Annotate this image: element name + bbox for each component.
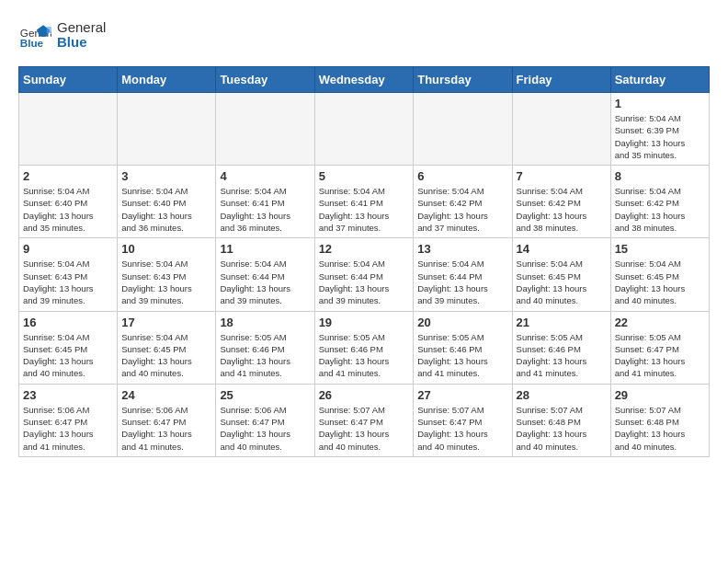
logo: General Blue General Blue — [18, 18, 106, 52]
day-number: 13 — [417, 242, 507, 256]
calendar-cell: 23Sunrise: 5:06 AM Sunset: 6:47 PM Dayli… — [19, 384, 118, 456]
calendar-cell — [512, 93, 610, 166]
day-info: Sunrise: 5:04 AM Sunset: 6:44 PM Dayligh… — [220, 258, 310, 306]
calendar-row-4: 16Sunrise: 5:04 AM Sunset: 6:45 PM Dayli… — [19, 311, 710, 384]
calendar-row-1: 1Sunrise: 5:04 AM Sunset: 6:39 PM Daylig… — [19, 93, 710, 166]
day-number: 15 — [615, 242, 705, 256]
calendar-cell: 28Sunrise: 5:07 AM Sunset: 6:48 PM Dayli… — [512, 384, 610, 456]
day-number: 26 — [319, 388, 410, 402]
calendar-cell: 29Sunrise: 5:07 AM Sunset: 6:48 PM Dayli… — [610, 384, 709, 456]
day-number: 24 — [121, 388, 211, 402]
day-number: 10 — [121, 242, 211, 256]
calendar-cell — [314, 93, 414, 166]
calendar-cell: 20Sunrise: 5:05 AM Sunset: 6:46 PM Dayli… — [414, 311, 512, 384]
calendar-cell: 19Sunrise: 5:05 AM Sunset: 6:46 PM Dayli… — [314, 311, 414, 384]
day-info: Sunrise: 5:05 AM Sunset: 6:46 PM Dayligh… — [319, 331, 410, 380]
calendar-cell: 11Sunrise: 5:04 AM Sunset: 6:44 PM Dayli… — [216, 238, 314, 311]
calendar-cell: 5Sunrise: 5:04 AM Sunset: 6:41 PM Daylig… — [314, 166, 414, 238]
day-number: 12 — [319, 242, 410, 256]
day-info: Sunrise: 5:04 AM Sunset: 6:40 PM Dayligh… — [121, 185, 211, 234]
calendar-cell: 4Sunrise: 5:04 AM Sunset: 6:41 PM Daylig… — [216, 166, 314, 238]
day-number: 8 — [615, 169, 705, 183]
calendar-cell — [216, 93, 314, 166]
weekday-header-tuesday: Tuesday — [216, 67, 314, 93]
calendar-cell — [118, 93, 216, 166]
day-info: Sunrise: 5:04 AM Sunset: 6:45 PM Dayligh… — [615, 258, 705, 306]
day-number: 19 — [319, 316, 410, 329]
calendar-cell: 24Sunrise: 5:06 AM Sunset: 6:47 PM Dayli… — [118, 384, 216, 456]
day-number: 27 — [417, 388, 507, 402]
day-number: 11 — [220, 242, 310, 256]
day-info: Sunrise: 5:07 AM Sunset: 6:48 PM Dayligh… — [615, 404, 705, 453]
calendar-cell: 9Sunrise: 5:04 AM Sunset: 6:43 PM Daylig… — [19, 238, 118, 311]
day-number: 25 — [220, 388, 310, 402]
day-info: Sunrise: 5:04 AM Sunset: 6:44 PM Dayligh… — [417, 258, 507, 306]
day-number: 29 — [615, 388, 705, 402]
weekday-header-wednesday: Wednesday — [314, 67, 414, 93]
calendar-cell — [19, 93, 118, 166]
day-number: 21 — [517, 316, 607, 329]
calendar-cell: 7Sunrise: 5:04 AM Sunset: 6:42 PM Daylig… — [512, 166, 610, 238]
day-number: 17 — [121, 316, 211, 329]
calendar-table: SundayMondayTuesdayWednesdayThursdayFrid… — [18, 66, 710, 457]
page-header: General Blue General Blue — [18, 18, 710, 52]
calendar-cell: 12Sunrise: 5:04 AM Sunset: 6:44 PM Dayli… — [314, 238, 414, 311]
calendar-cell: 26Sunrise: 5:07 AM Sunset: 6:47 PM Dayli… — [314, 384, 414, 456]
day-info: Sunrise: 5:06 AM Sunset: 6:47 PM Dayligh… — [220, 404, 310, 453]
day-number: 5 — [319, 169, 410, 183]
day-info: Sunrise: 5:05 AM Sunset: 6:46 PM Dayligh… — [220, 331, 310, 380]
day-info: Sunrise: 5:05 AM Sunset: 6:46 PM Dayligh… — [417, 331, 507, 380]
weekday-header-sunday: Sunday — [19, 67, 118, 93]
day-info: Sunrise: 5:04 AM Sunset: 6:43 PM Dayligh… — [121, 258, 211, 306]
calendar-cell: 21Sunrise: 5:05 AM Sunset: 6:46 PM Dayli… — [512, 311, 610, 384]
calendar-cell: 27Sunrise: 5:07 AM Sunset: 6:47 PM Dayli… — [414, 384, 512, 456]
weekday-header-monday: Monday — [118, 67, 216, 93]
calendar-cell — [414, 93, 512, 166]
weekday-header-friday: Friday — [512, 67, 610, 93]
day-number: 22 — [615, 316, 705, 329]
day-info: Sunrise: 5:05 AM Sunset: 6:47 PM Dayligh… — [615, 331, 705, 380]
calendar-cell: 10Sunrise: 5:04 AM Sunset: 6:43 PM Dayli… — [118, 238, 216, 311]
day-info: Sunrise: 5:07 AM Sunset: 6:48 PM Dayligh… — [517, 404, 607, 453]
calendar-cell: 3Sunrise: 5:04 AM Sunset: 6:40 PM Daylig… — [118, 166, 216, 238]
day-number: 7 — [517, 169, 607, 183]
day-info: Sunrise: 5:04 AM Sunset: 6:43 PM Dayligh… — [23, 258, 113, 306]
calendar-cell: 16Sunrise: 5:04 AM Sunset: 6:45 PM Dayli… — [19, 311, 118, 384]
day-number: 28 — [517, 388, 607, 402]
weekday-header-saturday: Saturday — [610, 67, 709, 93]
calendar-cell: 17Sunrise: 5:04 AM Sunset: 6:45 PM Dayli… — [118, 311, 216, 384]
day-info: Sunrise: 5:04 AM Sunset: 6:45 PM Dayligh… — [23, 331, 113, 380]
weekday-header-thursday: Thursday — [414, 67, 512, 93]
day-info: Sunrise: 5:07 AM Sunset: 6:47 PM Dayligh… — [319, 404, 410, 453]
day-number: 6 — [417, 169, 507, 183]
day-info: Sunrise: 5:07 AM Sunset: 6:47 PM Dayligh… — [417, 404, 507, 453]
calendar-cell: 18Sunrise: 5:05 AM Sunset: 6:46 PM Dayli… — [216, 311, 314, 384]
day-number: 9 — [23, 242, 113, 256]
calendar-cell: 15Sunrise: 5:04 AM Sunset: 6:45 PM Dayli… — [610, 238, 709, 311]
logo-general-text: General — [57, 20, 106, 36]
day-info: Sunrise: 5:04 AM Sunset: 6:41 PM Dayligh… — [319, 185, 410, 234]
day-info: Sunrise: 5:04 AM Sunset: 6:45 PM Dayligh… — [517, 258, 607, 306]
day-number: 18 — [220, 316, 310, 329]
day-number: 2 — [23, 169, 113, 183]
calendar-cell: 22Sunrise: 5:05 AM Sunset: 6:47 PM Dayli… — [610, 311, 709, 384]
calendar-row-3: 9Sunrise: 5:04 AM Sunset: 6:43 PM Daylig… — [19, 238, 710, 311]
weekday-header-row: SundayMondayTuesdayWednesdayThursdayFrid… — [19, 67, 710, 93]
day-info: Sunrise: 5:04 AM Sunset: 6:40 PM Dayligh… — [23, 185, 113, 234]
day-info: Sunrise: 5:04 AM Sunset: 6:42 PM Dayligh… — [417, 185, 507, 234]
day-info: Sunrise: 5:04 AM Sunset: 6:42 PM Dayligh… — [517, 185, 607, 234]
day-number: 1 — [615, 97, 705, 110]
svg-marker-3 — [47, 27, 51, 33]
svg-text:Blue: Blue — [20, 37, 44, 49]
calendar-cell: 8Sunrise: 5:04 AM Sunset: 6:42 PM Daylig… — [610, 166, 709, 238]
day-info: Sunrise: 5:06 AM Sunset: 6:47 PM Dayligh… — [23, 404, 113, 453]
day-info: Sunrise: 5:04 AM Sunset: 6:44 PM Dayligh… — [319, 258, 410, 306]
calendar-cell: 14Sunrise: 5:04 AM Sunset: 6:45 PM Dayli… — [512, 238, 610, 311]
day-number: 3 — [121, 169, 211, 183]
day-number: 20 — [417, 316, 507, 329]
day-number: 4 — [220, 169, 310, 183]
calendar-cell: 25Sunrise: 5:06 AM Sunset: 6:47 PM Dayli… — [216, 384, 314, 456]
calendar-cell: 13Sunrise: 5:04 AM Sunset: 6:44 PM Dayli… — [414, 238, 512, 311]
calendar-cell: 1Sunrise: 5:04 AM Sunset: 6:39 PM Daylig… — [610, 93, 709, 166]
logo-blue-text: Blue — [57, 35, 106, 51]
